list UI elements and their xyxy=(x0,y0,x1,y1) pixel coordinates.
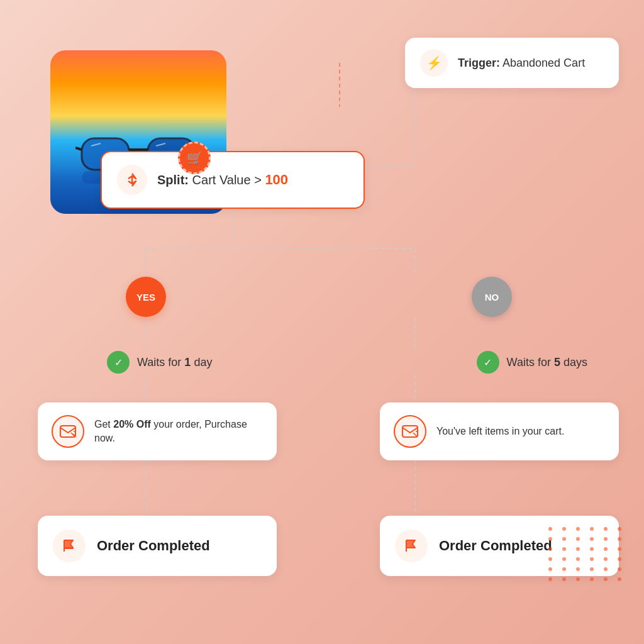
email-text-right: You've left items in your cart. xyxy=(436,425,564,438)
trigger-value: Abandoned Cart xyxy=(502,57,585,69)
split-card: Split: Cart Value > 100 xyxy=(101,151,365,209)
trigger-card: ⚡ Trigger: Abandoned Cart xyxy=(405,38,619,88)
check-icon-right: ✓ xyxy=(477,351,499,374)
split-icon xyxy=(117,165,147,195)
order-card-left: Order Completed xyxy=(38,516,277,576)
cart-badge: 🛒 xyxy=(178,142,211,174)
flag-icon-right xyxy=(395,530,428,562)
trigger-text: Trigger: Abandoned Cart xyxy=(458,57,585,70)
split-label: Split: xyxy=(157,173,189,187)
split-condition: Cart Value > xyxy=(192,173,262,187)
wait-text-right: Waits for 5 days xyxy=(507,356,587,369)
email-text-left: Get 20% Off your order, Purchase now. xyxy=(94,418,263,446)
flag-icon-left xyxy=(53,530,86,562)
split-threshold: 100 xyxy=(265,172,288,187)
yes-badge: YES xyxy=(126,277,166,317)
svg-line-16 xyxy=(75,148,82,150)
check-icon-left: ✓ xyxy=(107,351,130,374)
yes-label: YES xyxy=(136,292,155,303)
canvas: 🛒 ⚡ Trigger: Abandoned Cart Split: Cart … xyxy=(0,0,644,644)
dot-pattern xyxy=(548,527,625,581)
wait-item-right: ✓ Waits for 5 days xyxy=(477,351,587,374)
no-label: NO xyxy=(485,292,499,303)
email-card-right: You've left items in your cart. xyxy=(380,402,619,460)
order-text-left: Order Completed xyxy=(97,538,210,554)
email-right-text: You've left items in your cart. xyxy=(436,426,564,436)
bolt-icon: ⚡ xyxy=(420,49,448,77)
no-badge: NO xyxy=(472,277,512,317)
wait-text-left: Waits for 1 day xyxy=(137,356,212,369)
split-text: Split: Cart Value > 100 xyxy=(157,172,288,188)
trigger-label: Trigger: xyxy=(458,57,500,69)
email-icon-right xyxy=(394,415,426,448)
email-card-left: Get 20% Off your order, Purchase now. xyxy=(38,402,277,460)
email-icon-left xyxy=(52,415,84,448)
order-text-right: Order Completed xyxy=(439,538,552,554)
wait-item-left: ✓ Waits for 1 day xyxy=(107,351,212,374)
